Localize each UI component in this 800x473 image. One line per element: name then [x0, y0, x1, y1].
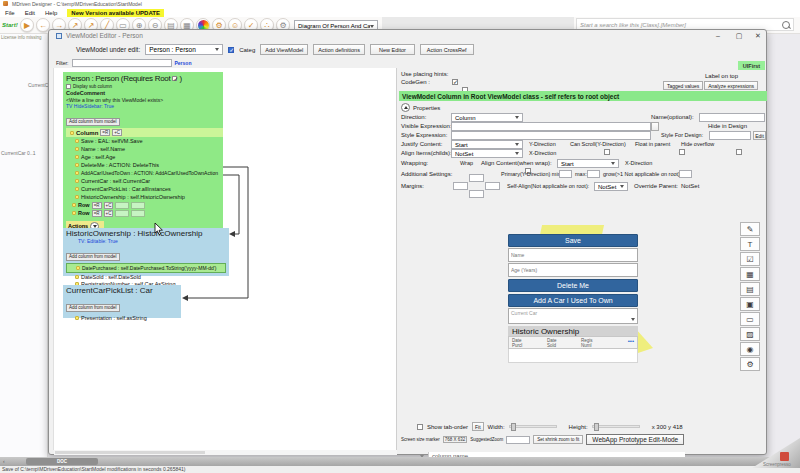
- row1-c-button[interactable]: +C: [104, 202, 114, 209]
- use-placing-hints-checkbox[interactable]: [452, 79, 458, 85]
- collapse-icon[interactable]: [401, 103, 410, 112]
- hide-overflow-checkbox[interactable]: [736, 149, 742, 155]
- diagram-canvas[interactable]: Person : Person (Requires Root ) Display…: [54, 68, 397, 450]
- column-item-currentcar[interactable]: CurrentCar : self.CurrentCar: [66, 177, 223, 185]
- run-icon[interactable]: ▶: [20, 18, 34, 32]
- height-slider[interactable]: [592, 425, 640, 428]
- historic-add-column-button[interactable]: Add column from model: [66, 253, 120, 261]
- float-in-parent-checkbox[interactable]: [679, 149, 685, 155]
- viewmodel-select[interactable]: Person : Person: [145, 44, 223, 55]
- align-content-select[interactable]: Start: [557, 159, 619, 168]
- column-row-button[interactable]: =R: [100, 129, 110, 136]
- margin-bottom-input[interactable]: [469, 190, 484, 198]
- width-slider[interactable]: [509, 425, 557, 428]
- categ-checkbox[interactable]: [228, 47, 234, 53]
- text-block-icon[interactable]: T: [740, 237, 760, 251]
- image-widget-icon[interactable]: ▨: [740, 327, 760, 341]
- style-for-design-input[interactable]: [709, 131, 751, 140]
- column-item-name[interactable]: Name : self.Name: [66, 145, 223, 153]
- preview-name-input[interactable]: [508, 248, 638, 262]
- add-viewmodel-button[interactable]: Add ViewModel: [260, 44, 308, 55]
- set-zoom-button[interactable]: Set shrink zoom to fit: [533, 435, 583, 444]
- picklist-item-presentation[interactable]: Presentation : self.asString: [66, 314, 181, 322]
- expression-more-button[interactable]: [651, 122, 659, 131]
- screen-marker-value[interactable]: 768 X 632: [443, 436, 468, 443]
- preview-addcar-button[interactable]: Add A Car I Used To Own: [508, 294, 638, 307]
- scroll-left-icon[interactable]: ‹: [3, 458, 5, 464]
- checkbox-widget-icon[interactable]: ☑: [740, 252, 760, 266]
- column-item-historicownership[interactable]: HistoricOwnership : self.HistoricOwnersh…: [66, 193, 223, 201]
- column-item-age[interactable]: Age : self.Age: [66, 153, 223, 161]
- preview-age-input[interactable]: [508, 263, 638, 277]
- fit-button[interactable]: Fit: [472, 422, 484, 431]
- justify-content-select[interactable]: Start: [451, 140, 523, 149]
- max-input[interactable]: [587, 170, 600, 178]
- person-add-column-button[interactable]: Add column from model: [66, 118, 120, 126]
- row-definition-2[interactable]: Row =R +C: [66, 209, 223, 217]
- suggested-zoom-input[interactable]: [506, 436, 530, 444]
- grid-add-icon[interactable]: ▦: [740, 267, 760, 281]
- grow-input[interactable]: [679, 170, 692, 178]
- tagged-values-button[interactable]: Tagged values: [663, 81, 703, 90]
- doc-tab[interactable]: DOC: [26, 458, 98, 465]
- historic-tagged-value[interactable]: TV: Editable: True: [66, 238, 229, 244]
- image-person-icon[interactable]: ▣: [740, 297, 760, 311]
- display-sub-column-checkbox[interactable]: [66, 84, 71, 89]
- media-widget-icon[interactable]: ◉: [740, 342, 760, 356]
- analyze-expressions-button[interactable]: Analyze expressions: [704, 81, 758, 90]
- new-editor-button[interactable]: New Editor: [370, 44, 415, 55]
- webapp-prototype-button[interactable]: WebApp Prototype Edit-Mode: [586, 434, 684, 445]
- person-tagged-value[interactable]: TV HideSidebar: True: [66, 103, 223, 109]
- margin-top-input[interactable]: [469, 174, 484, 182]
- properties-section-header[interactable]: Properties: [401, 103, 440, 112]
- maximize-button[interactable]: ▢: [730, 30, 748, 41]
- show-tab-order-checkbox[interactable]: [417, 424, 423, 430]
- self-align-select[interactable]: NotSet: [594, 182, 628, 191]
- filter-tag[interactable]: Person: [175, 60, 192, 66]
- calendar-icon[interactable]: ▤: [740, 282, 760, 296]
- margin-left-input[interactable]: [453, 182, 468, 190]
- table-overflow-menu[interactable]: •••: [628, 338, 634, 344]
- button-widget-icon[interactable]: ▭: [740, 312, 760, 326]
- style-edit-button[interactable]: Edit: [753, 131, 766, 140]
- column-header-row[interactable]: Column =R +C: [66, 128, 223, 137]
- row-definition-1[interactable]: Row =R +C: [66, 201, 223, 209]
- historic-item-datesold[interactable]: DateSold : self.DateSold: [66, 273, 229, 280]
- edit-style-icon[interactable]: ✎: [740, 222, 760, 236]
- person-viewmodel-panel[interactable]: Person : Person (Requires Root ) Display…: [63, 72, 223, 232]
- row2-c-button[interactable]: +C: [104, 210, 114, 217]
- search-icon[interactable]: [782, 21, 790, 29]
- preview-delete-button[interactable]: Delete Me: [508, 279, 638, 292]
- currentcarpicklist-viewmodel-panel[interactable]: CurrentCarPickList : Car Add column from…: [63, 285, 181, 318]
- menu-help[interactable]: Help: [45, 10, 57, 16]
- style-expression-input[interactable]: [451, 131, 651, 140]
- margin-right-input[interactable]: [485, 182, 500, 190]
- close-button[interactable]: ✕: [749, 30, 767, 41]
- menu-edit[interactable]: Edit: [25, 10, 35, 16]
- historicownership-viewmodel-panel[interactable]: HistoricOwnership : HistoricOwnership TV…: [63, 228, 229, 276]
- update-banner[interactable]: New Version available UPDATE: [67, 9, 164, 17]
- column-item-currentcarpicklist[interactable]: CurrentCarPickList : Car.allInstances: [66, 185, 223, 193]
- menu-file[interactable]: File: [5, 10, 15, 16]
- settings-widget-icon[interactable]: ⚙: [740, 357, 760, 371]
- minimize-button[interactable]: –: [709, 30, 727, 41]
- can-scroll-checkbox[interactable]: [604, 149, 610, 155]
- start-label[interactable]: Start!: [2, 22, 18, 28]
- filter-input[interactable]: [72, 59, 172, 67]
- column-item-addacar[interactable]: AddACarIUsedToOwn : ACTION: AddACarIUsed…: [66, 169, 223, 177]
- column-item-deleteme[interactable]: DeleteMe : ACTION: DeleteThis: [66, 161, 223, 169]
- row2-r-button[interactable]: =R: [92, 210, 102, 217]
- visible-expression-input[interactable]: [451, 122, 651, 131]
- canvas-h-scrollbar[interactable]: [54, 450, 397, 455]
- picklist-add-column-button[interactable]: Add column from model: [66, 304, 120, 312]
- align-items-select[interactable]: NotSet: [451, 149, 523, 158]
- row1-r-button[interactable]: =R: [92, 202, 102, 209]
- historic-item-datepurchased[interactable]: DatePurchased : self.DatePurchased.ToStr…: [66, 263, 226, 273]
- direction-select[interactable]: Column: [451, 113, 523, 122]
- column-item-save[interactable]: Save : EAL: selfVM.Save: [66, 137, 223, 145]
- action-crossref-button[interactable]: Action CrossRef: [420, 44, 474, 55]
- primary-min-input[interactable]: [559, 170, 572, 178]
- preview-currentcar-select[interactable]: Current Car: [508, 308, 638, 324]
- preview-historic-table-header[interactable]: DatePurcl DateSold RegisNuml •••: [508, 336, 638, 349]
- column-col-button[interactable]: +C: [112, 129, 122, 136]
